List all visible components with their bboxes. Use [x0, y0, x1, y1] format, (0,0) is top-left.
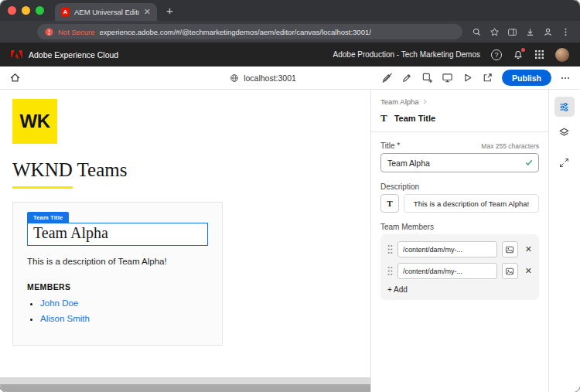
pencil-icon[interactable] — [401, 72, 413, 84]
text-component-icon: T — [380, 112, 387, 124]
expand-icon — [559, 158, 569, 168]
not-secure-icon — [45, 28, 53, 36]
sliders-icon — [558, 101, 570, 113]
adobe-logo[interactable] — [11, 49, 22, 60]
layers-icon — [558, 127, 570, 138]
browser-window: A AEM Universal Editor | Adob... ✕ + Not… — [0, 0, 580, 392]
valid-check-icon — [524, 158, 534, 167]
right-rail — [548, 90, 579, 392]
title-field-label: Title * — [380, 141, 400, 150]
properties-panel: Team Alpha T Team Title Title * Max 255 … — [371, 90, 548, 392]
bookmark-star-icon[interactable] — [490, 27, 500, 37]
canvas-gutter — [0, 377, 370, 384]
tab-strip: A AEM Universal Editor | Adob... ✕ + — [0, 0, 580, 21]
browser-tab[interactable]: A AEM Universal Editor | Adob... ✕ — [55, 3, 157, 21]
members-list: John Doe Alison Smith — [27, 298, 208, 323]
layers-rail-button[interactable] — [554, 122, 575, 142]
address-bar: Not Secure experience.adobe.com/#/@techm… — [0, 21, 580, 43]
asset-picker-button[interactable] — [502, 241, 518, 257]
title-input[interactable] — [380, 153, 539, 172]
add-component-icon[interactable] — [421, 72, 433, 84]
properties-rail-button[interactable] — [554, 97, 575, 117]
editor-toolbar: localhost:3001 Publish — [0, 66, 580, 90]
drag-handle-icon[interactable] — [387, 244, 393, 254]
pen-slash-icon[interactable] — [381, 72, 393, 84]
profile-icon[interactable] — [543, 27, 553, 37]
zoom-icon[interactable] — [472, 27, 482, 37]
member-link[interactable]: Alison Smith — [40, 314, 90, 323]
download-icon[interactable] — [525, 27, 535, 37]
canvas-host: localhost:3001 — [244, 73, 296, 83]
remove-member-icon[interactable]: ✕ — [525, 267, 532, 275]
team-members-group: ✕ ✕ + Add — [380, 234, 539, 300]
security-label: Not Secure — [58, 28, 95, 36]
preview-monitor-icon[interactable] — [442, 72, 453, 84]
member-path-input[interactable] — [397, 241, 497, 257]
member-list-item: John Doe — [40, 298, 208, 308]
minimize-window-button[interactable] — [22, 6, 30, 15]
description-text-icon[interactable]: T — [380, 194, 399, 213]
horizontal-scrollbar[interactable] — [0, 384, 370, 392]
chevron-right-icon — [421, 98, 428, 105]
team-members-label: Team Members — [380, 223, 539, 231]
drag-handle-icon[interactable] — [387, 266, 393, 276]
user-avatar[interactable] — [555, 48, 569, 62]
adobe-header: Adobe Experience Cloud Adobe Production … — [0, 43, 580, 66]
tab-title: AEM Universal Editor | Adob... — [74, 8, 139, 16]
collapse-panel-button[interactable] — [554, 152, 575, 172]
remove-member-icon[interactable]: ✕ — [525, 245, 532, 254]
play-icon[interactable] — [462, 72, 473, 84]
close-window-button[interactable] — [8, 6, 16, 15]
canvas-footer — [0, 377, 370, 392]
description-field[interactable]: This is a description of Team Alpha! — [404, 194, 539, 213]
image-icon — [505, 245, 514, 254]
required-mark: * — [397, 141, 400, 150]
component-title: Team Title — [394, 114, 435, 123]
image-icon — [505, 267, 514, 276]
member-row: ✕ — [387, 241, 532, 257]
member-link[interactable]: John Doe — [40, 298, 78, 308]
notification-badge — [521, 48, 525, 52]
globe-icon — [230, 73, 239, 83]
editor-canvas: WK WKND Teams Team Title Team Alpha This… — [0, 90, 371, 392]
team-card: Team Title Team Alpha This is a descript… — [12, 202, 223, 346]
help-icon[interactable]: ? — [491, 49, 502, 60]
description-field-label: Description — [380, 182, 539, 191]
omnibox[interactable]: Not Secure experience.adobe.com/#/@techm… — [37, 24, 462, 39]
member-path-input[interactable] — [397, 263, 497, 279]
home-icon[interactable] — [9, 72, 21, 84]
team-title-text[interactable]: Team Alpha — [33, 224, 202, 242]
breadcrumb-item[interactable]: Team Alpha — [380, 97, 419, 106]
org-name[interactable]: Adobe Production - Tech Marketing Demos — [333, 50, 480, 59]
toolbar-more-icon[interactable] — [560, 73, 571, 84]
app-switcher-icon[interactable] — [534, 49, 544, 60]
brand-title: Adobe Experience Cloud — [29, 50, 118, 60]
tab-close-icon[interactable]: ✕ — [144, 8, 151, 16]
notifications-bell-icon[interactable] — [513, 49, 524, 60]
tab-favicon-icon: A — [61, 8, 70, 16]
publish-button[interactable]: Publish — [502, 70, 551, 86]
window-controls — [8, 6, 44, 15]
title-underline — [12, 186, 73, 189]
members-heading: MEMBERS — [27, 282, 208, 291]
max-chars-hint: Max 255 characters — [481, 142, 539, 150]
page-title: WKND Teams — [12, 159, 370, 181]
browser-menu-icon[interactable] — [561, 27, 571, 37]
side-panel-icon[interactable] — [507, 27, 517, 37]
member-row: ✕ — [387, 263, 532, 279]
add-member-button[interactable]: + Add — [387, 285, 408, 294]
team-title-tag: Team Title — [27, 212, 69, 223]
asset-picker-button[interactable] — [502, 263, 518, 279]
maximize-window-button[interactable] — [36, 6, 44, 15]
wknd-logo: WK — [12, 99, 57, 144]
open-in-new-icon[interactable] — [482, 72, 493, 84]
new-tab-button[interactable]: + — [166, 5, 173, 16]
team-description[interactable]: This is a description of Team Alpha! — [27, 257, 208, 266]
url-text: experience.adobe.com/#/@techmarketingdem… — [100, 28, 371, 36]
member-list-item: Alison Smith — [40, 314, 208, 323]
team-title-selection[interactable]: Team Title Team Alpha — [27, 212, 208, 246]
